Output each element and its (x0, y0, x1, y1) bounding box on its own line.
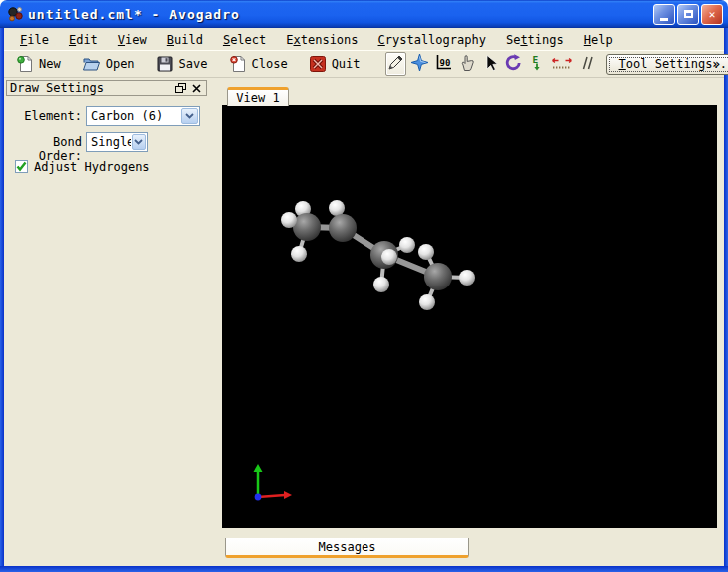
rotate-icon (504, 53, 523, 75)
messages-tab-label: Messages (319, 540, 376, 554)
hydrogen-atom (399, 237, 415, 253)
maximize-button[interactable] (677, 4, 699, 25)
close-button[interactable]: ✕ (701, 4, 723, 25)
bond-order-dropdown-arrow (132, 134, 146, 150)
hydrogen-atom (329, 200, 345, 216)
gl-viewport[interactable] (222, 105, 717, 528)
align-tool-button[interactable] (577, 52, 595, 76)
bond-order-label: Bond Order: (6, 135, 82, 163)
menu-select[interactable]: Select (213, 30, 276, 50)
window-title: untitled.cml* - Avogadro (28, 7, 653, 22)
manipulate-tool-button[interactable] (457, 52, 477, 76)
element-combobox[interactable]: Carbon (6) (86, 106, 200, 126)
svg-text:E: E (532, 54, 538, 65)
menu-file[interactable]: File (10, 30, 59, 50)
menu-settings[interactable]: Settings (496, 30, 574, 50)
new-document-icon (16, 55, 34, 73)
new-button-label: New (39, 57, 61, 71)
element-dropdown-arrow (181, 108, 198, 124)
carbon-atom (329, 214, 357, 242)
selection-tool-button[interactable] (480, 52, 500, 76)
tool-settings-button[interactable]: Tool Settings... (606, 54, 728, 75)
quit-button[interactable]: Quit (305, 53, 364, 75)
hydrogen-atom (373, 277, 389, 292)
axes-indicator (254, 464, 293, 500)
title-bar[interactable]: untitled.cml* - Avogadro ✕ (0, 0, 728, 28)
adjust-hydrogens-label: Adjust Hydrogens (34, 160, 150, 174)
maximize-icon (684, 10, 693, 18)
save-floppy-icon (156, 55, 174, 73)
carbon-atom (424, 263, 452, 290)
bond-centric-tool-button[interactable]: 90 (433, 52, 454, 76)
float-panel-button[interactable] (173, 82, 187, 94)
open-folder-icon (82, 55, 101, 73)
menu-extensions[interactable]: Extensions (276, 30, 367, 50)
close-panel-icon (192, 84, 201, 93)
navigate-tool-button[interactable] (409, 52, 430, 76)
quit-button-label: Quit (332, 57, 361, 71)
close-document-icon (229, 55, 247, 73)
save-button[interactable]: Save (152, 53, 212, 75)
close-panel-button[interactable] (189, 82, 203, 94)
hydrogen-atom (291, 246, 307, 262)
auto-rotate-tool-button[interactable] (503, 52, 524, 76)
hydrogen-atom (381, 249, 397, 265)
close-icon: ✕ (709, 9, 716, 20)
pencil-icon (386, 53, 405, 75)
avogadro-window: untitled.cml* - Avogadro ✕ FileEditViewB… (0, 0, 728, 572)
auto-optimize-tool-button[interactable]: E (527, 52, 547, 76)
carbon-atom (293, 213, 321, 241)
window-border-bottom (0, 566, 728, 572)
save-button-label: Save (179, 57, 208, 71)
draw-settings-title: Draw Settings (10, 81, 171, 95)
navigate-star-icon (410, 53, 429, 75)
angle-90-icon: 90 (434, 53, 453, 75)
hydrogen-atom (418, 244, 434, 260)
cursor-arrow-icon (481, 54, 499, 75)
chevron-down-icon (134, 139, 143, 145)
measure-icon (551, 54, 573, 75)
menu-help[interactable]: Help (574, 30, 623, 50)
hand-icon (458, 54, 476, 75)
open-button-label: Open (106, 57, 135, 71)
minimize-button[interactable] (653, 4, 675, 25)
close-button[interactable]: Close (225, 53, 292, 75)
tab-view-1[interactable]: View 1 (227, 87, 289, 106)
optimize-icon: E (528, 54, 546, 75)
element-label: Element: (6, 109, 82, 123)
float-panel-icon (175, 83, 186, 93)
toolbar-overflow-button[interactable]: » (712, 56, 720, 71)
bond-order-value: Single (87, 135, 131, 149)
measure-tool-button[interactable] (550, 52, 574, 76)
menu-edit[interactable]: Edit (59, 30, 108, 50)
menu-crystallography[interactable]: Crystallography (368, 30, 496, 50)
menu-bar: FileEditViewBuildSelectExtensionsCrystal… (4, 29, 724, 50)
align-icon (578, 54, 594, 75)
checkmark-icon (16, 161, 27, 172)
hydrogen-atom (419, 294, 435, 310)
close-button-label: Close (252, 57, 288, 71)
draw-tool-button[interactable] (385, 52, 406, 76)
hydrogen-atom (281, 212, 297, 228)
window-border-right (724, 28, 728, 566)
molecule-render (222, 105, 717, 528)
draw-settings-header[interactable]: Draw Settings (6, 80, 207, 96)
menu-view[interactable]: View (108, 30, 157, 50)
chevron-down-icon (185, 113, 194, 119)
adjust-hydrogens-checkbox[interactable] (15, 160, 28, 173)
toolbar: NewOpenSaveCloseQuit90ETool Settings... (4, 50, 724, 78)
view-tab-label: View 1 (236, 91, 279, 105)
quit-icon (309, 55, 327, 73)
open-button[interactable]: Open (78, 53, 139, 75)
menu-build[interactable]: Build (157, 30, 213, 50)
avogadro-app-icon (7, 6, 24, 23)
minimize-icon (660, 18, 668, 21)
svg-text:90: 90 (439, 58, 450, 68)
hydrogen-atom (459, 270, 475, 286)
element-value: Carbon (6) (87, 109, 180, 123)
tab-messages[interactable]: Messages (225, 538, 469, 558)
new-button[interactable]: New (12, 53, 65, 75)
bond-order-combobox[interactable]: Single (86, 132, 148, 152)
